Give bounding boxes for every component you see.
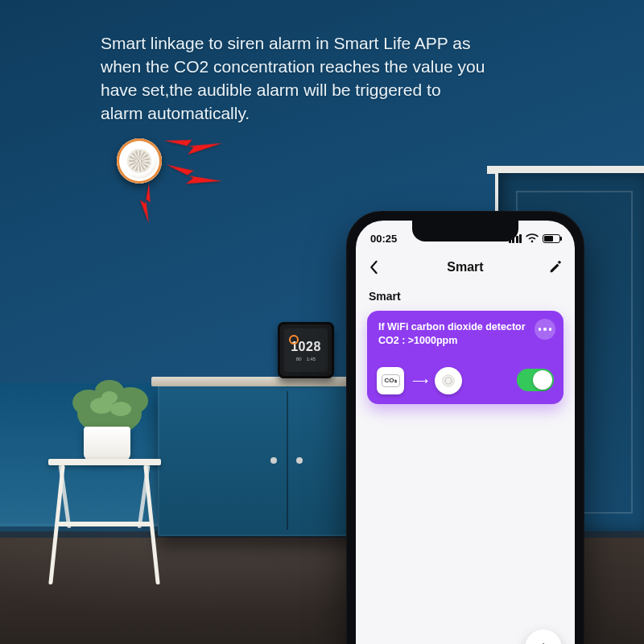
nav-title: Smart — [447, 260, 483, 275]
automation-toggle[interactable] — [517, 369, 554, 391]
co2-icon: CO₂ — [382, 374, 400, 387]
detector-subline: 80 1:45 — [296, 357, 316, 361]
trigger-device-chip[interactable]: CO₂ — [377, 367, 404, 394]
detector-ring-icon — [289, 335, 299, 345]
co2-detector-product: 1028 80 1:45 — [278, 322, 334, 378]
detector-screen: 1028 80 1:45 — [284, 328, 328, 372]
toggle-knob — [533, 370, 552, 390]
nav-bar: Smart — [356, 251, 575, 283]
svg-point-10 — [443, 375, 454, 386]
siren-icon — [441, 374, 456, 388]
chevron-left-icon — [368, 260, 379, 275]
svg-marker-2 — [138, 182, 153, 223]
marketing-headline: Smart linkage to siren alarm in Smart Li… — [101, 32, 487, 126]
back-button[interactable] — [364, 258, 383, 277]
automation-condition: If WiFi carbon dioxide detector CO2 : >1… — [378, 320, 531, 348]
phone-notch — [412, 221, 518, 242]
action-device-chip[interactable] — [435, 367, 462, 394]
plus-icon: + — [537, 636, 549, 645]
promo-scene: Smart linkage to siren alarm in Smart Li… — [0, 0, 644, 644]
plant-pot — [84, 427, 130, 460]
detector-time: 1:45 — [307, 357, 316, 361]
phone-mockup: 00:25 Smart Smart If WiFi carbon dioxi — [346, 211, 584, 644]
detector-humidity: 80 — [296, 357, 302, 361]
status-time: 00:25 — [370, 233, 397, 245]
automation-card[interactable]: If WiFi carbon dioxide detector CO2 : >1… — [367, 311, 564, 404]
add-automation-button[interactable]: + — [525, 630, 562, 644]
svg-point-8 — [110, 402, 131, 416]
side-table-top — [48, 459, 161, 465]
section-label: Smart — [369, 290, 401, 303]
ellipsis-icon — [539, 328, 542, 331]
battery-icon — [543, 234, 560, 243]
phone-screen: 00:25 Smart Smart If WiFi carbon dioxi — [356, 221, 575, 644]
cabinet-knob — [270, 457, 277, 464]
siren-device — [117, 138, 162, 184]
svg-point-9 — [101, 391, 118, 404]
flow-arrow-icon: ⟶ — [412, 374, 427, 387]
ellipsis-icon — [543, 328, 547, 331]
cabinet-knob — [296, 457, 303, 464]
pencil-icon — [548, 260, 563, 275]
automation-flow: CO₂ ⟶ — [377, 367, 462, 394]
alarm-bolt-icon — [125, 181, 167, 225]
wifi-icon — [526, 233, 539, 243]
card-menu-button[interactable] — [535, 319, 555, 340]
siren-grill-icon — [127, 149, 151, 173]
edit-button[interactable] — [546, 258, 565, 277]
ellipsis-icon — [549, 328, 552, 331]
